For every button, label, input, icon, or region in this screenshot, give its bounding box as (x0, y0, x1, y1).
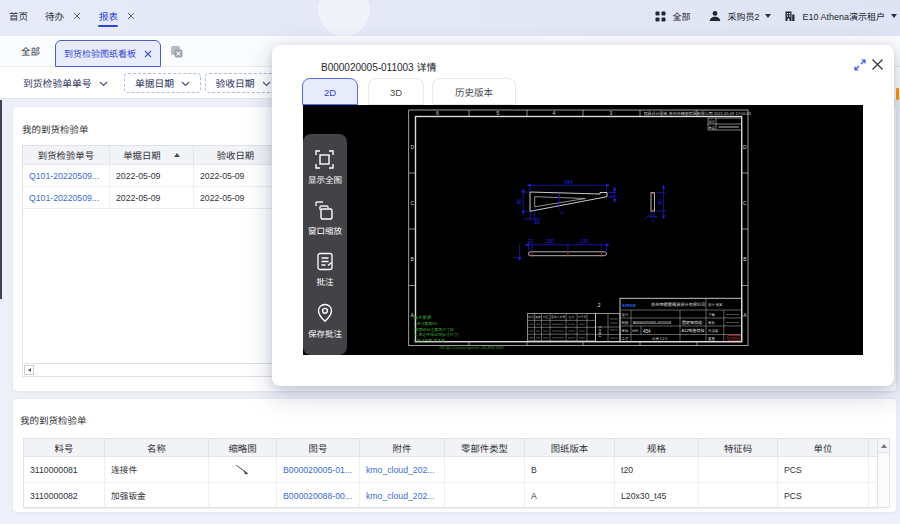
column-header-label: 料号 (55, 441, 74, 455)
cad-part-main-view (530, 192, 607, 211)
tool-window-zoom[interactable]: 窗口缩放 (308, 201, 342, 236)
workspace-tab-active-label: 到货检验图纸看板 (64, 47, 136, 60)
cad-drawing: 6 5 4 3 D C B A D C B A 模具设计图纸 苏州市精密模具有限… (303, 105, 863, 355)
order-no-link[interactable]: Q101-20220509... (29, 169, 99, 182)
cad-revision-mini-table: 标记 数量 (708, 118, 742, 130)
user-label: 采购员2 (727, 10, 759, 23)
dialog-tab-2d[interactable]: 2D (302, 78, 358, 105)
order-no-cell: Q101-20220509... (23, 187, 110, 209)
topbar-tab-reports[interactable]: 报表 (99, 9, 135, 23)
order-no-link[interactable]: Q101-20220509... (29, 191, 99, 204)
vertical-scrollbar[interactable] (877, 439, 889, 507)
filter-accept-date-label: 验收日期 (215, 76, 254, 90)
scroll-up-button[interactable] (878, 439, 889, 453)
column-header-drawing-version[interactable]: 图纸版本 (525, 439, 615, 457)
workspace-tab-active[interactable]: 到货检验图纸看板 (55, 40, 161, 67)
column-header-component-type[interactable]: 零部件类型 (445, 439, 525, 457)
column-header-spec[interactable]: 规格 (615, 439, 699, 457)
table-row[interactable]: 3110000082 加强钣金 B000020088-00... kmo_clo… (24, 483, 889, 509)
cad-stage-cells: 阶段标记 (596, 314, 620, 342)
tenant-menu[interactable]: E10 Athena演示租户 (784, 10, 897, 23)
column-header-doc-date[interactable]: 单据日期 (110, 146, 194, 165)
attachment-link[interactable]: kmo_cloud_202... (366, 489, 435, 502)
drawing-version-cell: B (525, 457, 615, 483)
svg-text:光洁度: 光洁度 (708, 328, 719, 333)
close-icon[interactable] (871, 58, 884, 71)
topbar-tab-home[interactable]: 首页 (9, 9, 28, 23)
filter-doc-date[interactable]: 单据日期 (124, 73, 201, 93)
topbar-tab-todo[interactable]: 待办 (45, 9, 81, 23)
grid-icon (655, 11, 666, 22)
svg-text:t5: t5 (561, 210, 564, 215)
svg-text:制图: 制图 (622, 320, 629, 325)
all-apps-button[interactable]: 全部 (655, 10, 690, 23)
filter-accept-date[interactable]: 验收日期 (205, 73, 281, 93)
close-icon[interactable] (127, 12, 135, 20)
svg-text:5: 5 (497, 109, 500, 116)
column-header-order-no[interactable]: 到货检验单号 (23, 146, 110, 165)
column-header-part-no[interactable]: 料号 (24, 439, 105, 457)
scroll-left-button[interactable] (24, 365, 34, 375)
panel-my-inspection-parts: 我的到货检验单 料号 名称 缩略图 图号 附件 零部件类型 图纸版本 规格 特征… (13, 399, 896, 512)
svg-text:材料: 材料 (632, 328, 639, 333)
chevron-down-icon (765, 14, 771, 18)
svg-text:6: 6 (436, 109, 439, 116)
column-header-drawing-no[interactable]: 图号 (277, 439, 360, 457)
close-icon[interactable] (73, 12, 81, 20)
column-header-unit[interactable]: 单位 (778, 439, 869, 457)
svg-text:阶段标记: 阶段标记 (598, 326, 602, 337)
thumbnail-cell[interactable] (209, 457, 277, 483)
table-row[interactable]: 3110000081 连接件 B000020005-01... kmo_clou… (24, 457, 889, 483)
drawing-no-link[interactable]: B000020088-00... (283, 489, 352, 502)
annotate-icon (316, 252, 334, 271)
svg-text:D: D (410, 143, 414, 150)
component-type-cell (445, 483, 525, 509)
cad-viewer-canvas[interactable]: 6 5 4 3 D C B A D C B A 模具设计图纸 苏州市精密模具有限… (303, 105, 863, 355)
tenant-label: E10 Athena演示租户 (802, 10, 885, 23)
chevron-down-icon (262, 81, 271, 87)
column-header-accept-date[interactable]: 验收日期 (194, 146, 278, 165)
drawing-no-link[interactable]: B000020005-01... (283, 463, 352, 476)
cad-footer-note: ZWCAD Drawing hyperlink:+86-8888-8888 (439, 345, 503, 350)
spec-cell: t20 (615, 457, 699, 483)
topbar-tab-home-label: 首页 (9, 9, 28, 23)
fit-view-icon (315, 150, 334, 169)
svg-text:比例 1:2.5: 比例 1:2.5 (652, 336, 667, 341)
tab-actions-icon[interactable] (170, 45, 183, 61)
workspace-tab-all[interactable]: 全部 (21, 36, 40, 66)
cad-balloon-number: 2 (598, 301, 601, 308)
tool-label: 窗口缩放 (308, 224, 342, 236)
attachment-cell: kmo_cloud_202... (360, 457, 445, 483)
svg-text:20: 20 (534, 218, 540, 225)
column-header-attachment[interactable]: 附件 (360, 439, 445, 457)
user-menu[interactable]: 采购员2 (709, 10, 771, 23)
expand-icon[interactable] (854, 59, 866, 71)
inspection-parts-table: 料号 名称 缩略图 图号 附件 零部件类型 图纸版本 规格 特征码 单位 311… (23, 438, 890, 508)
dialog-tab-history[interactable]: 历史版本 (432, 78, 516, 105)
left-edge-sliver (0, 100, 2, 299)
dialog-tab-3d[interactable]: 3D (368, 78, 424, 105)
column-header-label: 图纸版本 (551, 441, 589, 455)
drawing-version-cell: A (525, 483, 615, 509)
pen-thumbnail-icon (235, 464, 250, 476)
column-header-name[interactable]: 名称 (105, 439, 209, 457)
tool-fit-view[interactable]: 显示全图 (308, 150, 342, 185)
close-icon[interactable] (144, 50, 152, 58)
dialog-tab-label: 2D (324, 85, 336, 99)
topbar-tabs: 首页 待办 报表 (9, 0, 135, 32)
column-header-label: 到货检验单号 (38, 148, 94, 162)
tool-annotate[interactable]: 批注 (316, 252, 334, 287)
doc-date-cell: 2022-05-09 (110, 165, 194, 187)
tool-save-annotation[interactable]: 保存批注 (308, 303, 342, 339)
attachment-link[interactable]: kmo_cloud_202... (366, 463, 435, 476)
filter-order-no-label: 到货检验单单号 (23, 76, 92, 90)
cad-dimensions-main (522, 184, 616, 221)
topbar-right-cluster: 全部 采购员2 E10 Athena演示租户 (655, 0, 897, 32)
filter-order-no[interactable]: 到货检验单单号 (23, 73, 108, 93)
column-header-thumbnail[interactable]: 缩略图 (209, 439, 277, 457)
column-header-label: 附件 (393, 441, 412, 455)
column-header-feature-code[interactable]: 特征码 (699, 439, 778, 457)
doc-date-cell: 2022-05-09 (110, 187, 194, 209)
svg-text:150: 150 (546, 237, 554, 244)
sort-ascending-icon[interactable] (174, 153, 180, 157)
